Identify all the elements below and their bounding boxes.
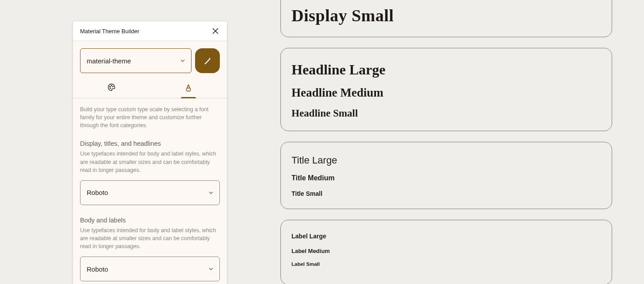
type-scale-preview: Display Small Headline Large Headline Me… bbox=[280, 0, 612, 284]
theme-name-select[interactable]: material-theme bbox=[80, 48, 192, 73]
display-card: Display Small bbox=[280, 0, 612, 37]
randomize-button[interactable] bbox=[195, 48, 220, 73]
display-small-sample: Display Small bbox=[291, 6, 601, 25]
tab-typography[interactable] bbox=[150, 77, 227, 98]
panel-header: Material Theme Builder bbox=[73, 21, 227, 41]
display-font-select[interactable]: Roboto bbox=[80, 180, 220, 205]
title-medium-sample: Title Medium bbox=[291, 174, 601, 182]
palette-icon bbox=[107, 83, 116, 92]
display-section-desc: Use typefaces intended for body and labe… bbox=[80, 150, 220, 174]
chevron-down-icon bbox=[180, 58, 185, 63]
svg-point-2 bbox=[113, 86, 114, 87]
label-medium-sample: Label Medium bbox=[291, 248, 601, 254]
magic-wand-icon bbox=[203, 56, 212, 65]
title-large-sample: Title Large bbox=[291, 155, 601, 166]
theme-builder-panel: Material Theme Builder material-theme Bu… bbox=[73, 21, 227, 284]
tabs bbox=[73, 77, 227, 98]
title-small-sample: Title Small bbox=[291, 190, 601, 197]
intro-text: Build your type custom type scale by sel… bbox=[80, 105, 220, 129]
body-section-desc: Use typefaces intended for body and labe… bbox=[80, 226, 220, 250]
label-card: Label Large Label Medium Label Small bbox=[280, 220, 612, 284]
headline-large-sample: Headline Large bbox=[291, 62, 601, 78]
panel-body: Build your type custom type scale by sel… bbox=[73, 98, 227, 284]
controls-row: material-theme bbox=[73, 41, 227, 77]
body-font-value: Roboto bbox=[87, 265, 108, 273]
close-icon bbox=[212, 28, 218, 34]
body-font-select[interactable]: Roboto bbox=[80, 257, 220, 281]
typography-icon bbox=[184, 83, 193, 92]
svg-point-0 bbox=[110, 86, 111, 87]
close-button[interactable] bbox=[211, 27, 220, 35]
display-section-heading: Display, titles, and headlines bbox=[80, 140, 220, 147]
body-section-heading: Body and labels bbox=[80, 217, 220, 224]
theme-name-value: material-theme bbox=[87, 57, 131, 65]
headline-small-sample: Headline Small bbox=[291, 108, 601, 119]
label-large-sample: Label Large bbox=[291, 233, 601, 240]
display-font-value: Roboto bbox=[87, 189, 108, 196]
panel-title: Material Theme Builder bbox=[80, 28, 139, 35]
svg-point-3 bbox=[110, 88, 111, 89]
chevron-down-icon bbox=[209, 267, 213, 271]
title-card: Title Large Title Medium Title Small bbox=[280, 142, 612, 209]
svg-point-1 bbox=[111, 85, 112, 86]
headline-card: Headline Large Headline Medium Headline … bbox=[280, 48, 612, 131]
chevron-down-icon bbox=[209, 191, 213, 195]
label-small-sample: Label Small bbox=[291, 261, 601, 267]
tab-color[interactable] bbox=[73, 77, 150, 98]
headline-medium-sample: Headline Medium bbox=[291, 86, 601, 100]
